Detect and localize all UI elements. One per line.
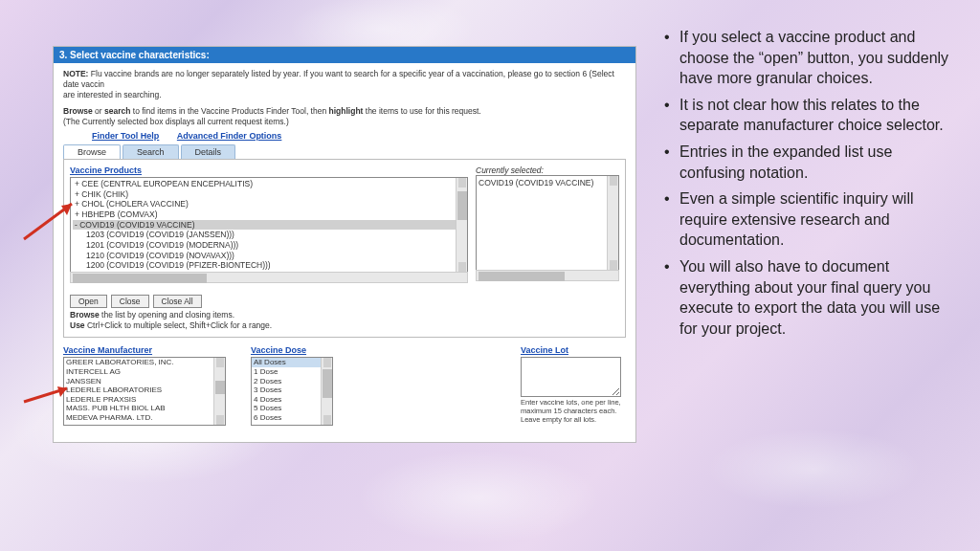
section-header: 3. Select vaccine characteristics: — [54, 47, 635, 63]
instr-t6: the items to use for this request. — [363, 106, 480, 116]
close-button[interactable]: Close — [111, 295, 149, 308]
instructions: Browse or search to find items in the Va… — [54, 104, 635, 131]
browse-panel: Vaccine Products + CEE (CENTRAL EUROPEAN… — [63, 159, 626, 338]
close-all-button[interactable]: Close All — [153, 295, 202, 308]
lot-column: Vaccine Lot Enter vaccine lots, one per … — [521, 345, 626, 426]
instr-line2: (The Currently selected box displays all… — [63, 117, 289, 126]
tree-item[interactable]: + CHIK (CHIK) — [73, 189, 465, 200]
manufacturer-column: Vaccine Manufacturer GREER LABORATORIES,… — [63, 345, 226, 426]
open-button[interactable]: Open — [70, 295, 107, 308]
commentary-item: Even a simple scientific inquiry will re… — [660, 188, 957, 251]
button-row: Open Close Close All — [70, 295, 619, 308]
lot-hint: Enter vaccine lots, one per line, maximu… — [521, 399, 626, 424]
hint-t2: Ctrl+Click to multiple select, Shift+Cli… — [85, 320, 273, 330]
list-item[interactable]: LEDERLE LABORATORIES — [64, 386, 225, 395]
scrollbar-horizontal[interactable] — [476, 270, 619, 281]
links-row: Finder Tool Help Advanced Finder Options — [54, 131, 635, 144]
list-item[interactable]: INTERCELL AG — [64, 367, 225, 377]
selected-label: Currently selected: — [476, 165, 544, 175]
instr-b5: highlight — [329, 106, 364, 116]
scrollbar-horizontal[interactable] — [70, 272, 468, 283]
list-item[interactable]: GREER LABORATORIES, INC. — [64, 358, 225, 367]
instr-t2: or — [93, 106, 104, 116]
lot-label: Vaccine Lot — [521, 345, 626, 355]
manufacturer-label: Vaccine Manufacturer — [63, 345, 226, 355]
commentary-panel: If you select a vaccine product and choo… — [660, 27, 957, 344]
hint-b2: Use — [70, 320, 85, 330]
tree-child[interactable]: 1203 (COVID19 (COVID19 (JANSSEN))) — [73, 230, 465, 240]
selected-list[interactable]: COVID19 (COVID19 VACCINE) — [476, 175, 619, 271]
browse-hint: Browse the list by opening and closing i… — [70, 310, 619, 331]
instr-b3: search — [104, 106, 130, 116]
hint-t1: the list by opening and closing items. — [100, 310, 234, 320]
commentary-item: You will also have to document everythin… — [660, 256, 957, 339]
tree-item[interactable]: + CEE (CENTRAL EUROPEAN ENCEPHALITIS) — [73, 179, 465, 189]
note-block: NOTE: Flu vaccine brands are no longer s… — [54, 63, 635, 104]
tree-child[interactable]: 1210 (COVID19 (COVID19 (NOVAVAX))) — [73, 251, 465, 261]
tab-details[interactable]: Details — [181, 144, 236, 159]
hint-b1: Browse — [70, 310, 100, 320]
commentary-item: If you select a vaccine product and choo… — [660, 27, 957, 89]
lot-textarea[interactable] — [521, 357, 621, 397]
note-line2: are interested in searching. — [63, 90, 162, 99]
tree-child[interactable]: 1200 (COVID19 (COVID19 (PFIZER-BIONTECH)… — [73, 260, 465, 271]
scrollbar-vertical[interactable] — [607, 176, 618, 270]
products-listbox[interactable]: + CEE (CENTRAL EUROPEAN ENCEPHALITIS) + … — [70, 177, 468, 273]
tree-item[interactable]: + HBHEPB (COMVAX) — [73, 209, 465, 220]
selected-item[interactable]: COVID19 (COVID19 VACCINE) — [479, 178, 616, 187]
tree-item[interactable]: + CHOL (CHOLERA VACCINE) — [73, 199, 465, 209]
list-item[interactable]: LEDERLE PRAXSIS — [64, 395, 225, 405]
instr-b1: Browse — [63, 106, 93, 116]
scrollbar-vertical[interactable] — [321, 358, 332, 425]
scrollbar-vertical[interactable] — [213, 358, 225, 425]
list-item[interactable]: JANSSEN — [64, 377, 225, 386]
note-prefix: NOTE: — [63, 69, 88, 78]
tab-browse[interactable]: Browse — [63, 144, 121, 159]
commentary-item: It is not clear how this relates to the … — [660, 95, 957, 136]
selected-box: Currently selected: COVID19 (COVID19 VAC… — [476, 165, 619, 283]
tree-item-covid19[interactable]: - COVID19 (COVID19 VACCINE) — [73, 220, 465, 231]
vaccine-finder-window: 3. Select vaccine characteristics: NOTE:… — [53, 46, 636, 443]
tab-search[interactable]: Search — [122, 144, 179, 159]
commentary-item: Entries in the expanded list use confusi… — [660, 142, 957, 183]
dose-label: Vaccine Dose — [251, 345, 333, 355]
dose-listbox[interactable]: All Doses 1 Dose 2 Doses 3 Doses 4 Doses… — [251, 357, 333, 426]
manufacturer-listbox[interactable]: GREER LABORATORIES, INC. INTERCELL AG JA… — [63, 357, 226, 426]
advanced-options-link[interactable]: Advanced Finder Options — [177, 131, 282, 141]
products-box: Vaccine Products + CEE (CENTRAL EUROPEAN… — [70, 165, 468, 283]
note-text: Flu vaccine brands are no longer separat… — [63, 69, 614, 89]
tabs: Browse Search Details — [54, 144, 635, 159]
scrollbar-vertical[interactable] — [456, 178, 467, 272]
finder-help-link[interactable]: Finder Tool Help — [92, 131, 159, 141]
tree-child[interactable]: 1201 (COVID19 (COVID19 (MODERNA))) — [73, 240, 465, 251]
bottom-row: Vaccine Manufacturer GREER LABORATORIES,… — [63, 345, 626, 426]
products-label: Vaccine Products — [70, 165, 468, 175]
instr-t4: to find items in the Vaccine Products Fi… — [130, 106, 328, 116]
list-item[interactable]: MASS. PUB HLTH BIOL LAB — [64, 404, 225, 413]
list-item[interactable]: MEDEVA PHARMA. LTD. — [64, 413, 225, 423]
dose-column: Vaccine Dose All Doses 1 Dose 2 Doses 3 … — [251, 345, 333, 426]
